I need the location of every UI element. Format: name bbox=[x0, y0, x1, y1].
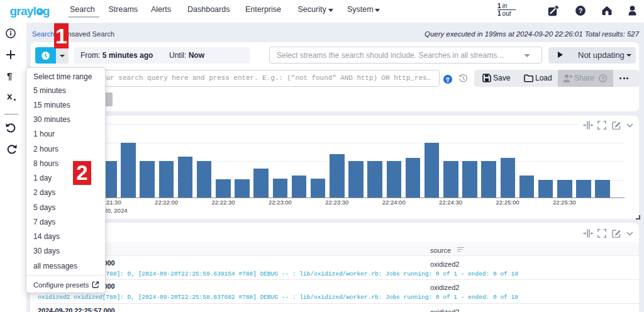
svg-text:?: ? bbox=[578, 7, 582, 14]
svg-text:?: ? bbox=[601, 75, 604, 82]
